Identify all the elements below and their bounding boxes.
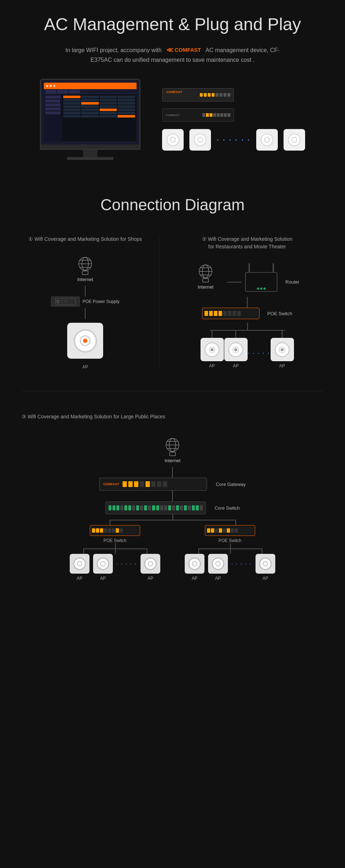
s3-poe-left [90,525,140,536]
cell-22 [63,115,81,118]
s2-ap-inner-3 [279,346,285,353]
s2-router-wrap [245,272,277,292]
cs-p10 [144,505,147,510]
port-6 [220,93,222,97]
cs-p13 [156,505,159,510]
s3-apr2-circle [212,557,224,570]
right-devices: COMFAST COMFAST [162,88,305,151]
scenarios-row-1-2: ① Wifi Coverage and Marketing Solution f… [22,235,323,391]
svg-rect-16 [203,279,208,282]
sidebar-item-2 [45,100,60,102]
s2-ap-core-3 [281,348,284,351]
ap-inner-2 [197,137,203,143]
s2-vline-ap3 [282,331,282,338]
s3-vline-left [110,520,110,525]
psl-p4 [104,528,107,533]
s3-ap-r2 [208,554,228,574]
s3-lv1 [83,548,84,554]
cs-p24 [200,505,203,510]
s3-poe-right-label: POE Switch [218,538,242,543]
s3-ap-r3 [256,554,275,574]
s3-gateway-row: COMFAST Core Gateway [99,478,245,491]
s3-rvl3 [230,543,231,548]
table-row-5 [63,109,135,111]
cs-p9 [140,505,143,510]
psp-2 [209,311,213,316]
s2-ap-inner-2 [233,346,239,353]
s2-ap-inner-1 [209,346,215,353]
led-2 [260,288,262,290]
psl-p8 [120,528,123,533]
gw-p4 [140,481,144,487]
port-8 [227,93,230,97]
cell-4 [63,99,81,101]
cell-1 [81,96,99,98]
cs-p17 [172,505,175,510]
s3-apr1-inner [192,561,197,566]
s2-ap-circle-3 [275,342,290,357]
cs-p8 [136,505,139,510]
s3-internet-group: Internet [162,435,183,463]
cs-p14 [160,505,163,510]
gw-p5 [146,481,150,487]
cs-p18 [176,505,179,510]
cell-2 [100,96,117,98]
nav-item-1 [45,90,56,93]
ac-diagram: COMFAST COMFAST [22,79,323,160]
s3-ldots: · · · · · [116,561,137,574]
dash-nav [44,89,137,94]
s3-lvl3 [115,543,116,548]
gw-p1 [123,481,127,487]
monitor-device [40,79,141,160]
s3-title: Wifi Coverage and Marketing Solution for… [28,414,165,419]
s2-ap-label-1: AP [209,363,215,368]
cell-19 [81,112,99,114]
psr-p7 [231,528,234,533]
cs-p3 [116,505,119,510]
s1-ap-label: AP [82,364,88,369]
dash-dot-2 [50,85,52,87]
s2-globe-icon [195,261,216,283]
cell-13 [100,105,117,108]
port-a4 [212,93,215,97]
s2-title: Wifi Coverage and Marketing Solutionfor … [208,236,292,249]
s2-dots: · · · · · [248,350,270,356]
cell-6 [100,99,117,101]
s2-ap-col-1: AP [201,331,224,368]
s1-ap-inner [80,335,91,346]
s2-poe-label: POE Switch [267,311,292,316]
port-5 [216,93,218,97]
s3-vline-3 [172,514,173,520]
svg-rect-23 [170,452,175,456]
psr-p8 [235,528,238,533]
cs-p6 [128,505,131,510]
cell-16 [81,109,99,111]
s3-apr3-lbl: AP [262,576,268,581]
s3-poe-branch-bar [83,514,262,525]
cs-p21 [188,505,191,510]
brand-label-1: COMFAST [166,90,182,94]
s1-ap-icon [67,323,103,359]
s3-poe-right-row [205,525,255,536]
s3-num: ③ [22,414,26,419]
psr-p6 [227,528,230,533]
s2-poe-switch [202,308,259,319]
cell-o2 [81,102,99,105]
psr-p3 [215,528,218,533]
ap-circle-1 [166,133,179,146]
s3-apl3-circle [144,557,157,570]
s2-poe-row: POE Switch [202,308,292,319]
s2-router [245,272,277,292]
ac-management-section: AC Management & Plug and Play In large W… [0,0,345,182]
port2-8 [227,113,230,117]
comfast-brand-text: COMFAST [175,46,201,54]
psp-6 [228,311,231,316]
nav-item-2 [57,90,68,93]
s3-rv1 [198,548,199,554]
s2-dots-col: · · · · · [248,331,270,368]
psp-1 [204,311,208,316]
gw-brand: COMFAST [103,482,119,486]
s3-globe-icon [162,435,183,456]
s2-branch-h [210,330,285,331]
s2-router-antenna-1 [273,263,274,272]
